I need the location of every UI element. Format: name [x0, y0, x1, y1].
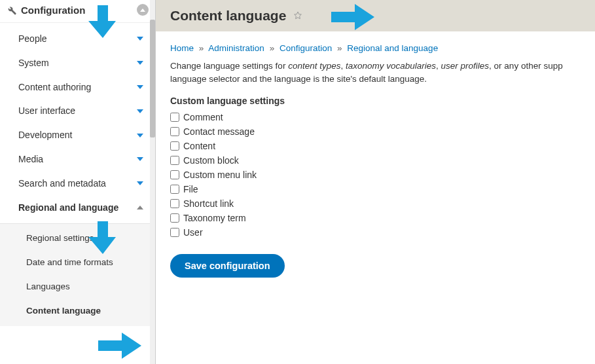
- star-icon[interactable]: [293, 10, 303, 21]
- sidebar-item-user-interface[interactable]: User interface: [0, 99, 155, 123]
- check-label: Custom menu link: [183, 170, 257, 180]
- check-row-user: User: [170, 225, 581, 240]
- sidebar-item-development[interactable]: Development: [0, 123, 155, 147]
- sub-item-label: Regional settings: [26, 233, 94, 243]
- sidebar-item-label: Regional and language: [18, 202, 137, 213]
- collapse-icon[interactable]: [137, 4, 149, 16]
- sub-item-content-language[interactable]: Content language: [0, 299, 155, 323]
- sidebar-item-label: User interface: [18, 105, 137, 117]
- check-label: Comment: [183, 112, 223, 122]
- sub-item-date-time[interactable]: Date and time formats: [0, 251, 155, 275]
- check-contact-message[interactable]: [170, 127, 179, 136]
- sidebar-header: Configuration: [0, 0, 155, 23]
- check-content[interactable]: [170, 141, 179, 151]
- scrollbar[interactable]: [150, 0, 155, 364]
- check-row-shortcut-link: Shortcut link: [170, 196, 581, 211]
- check-label: Taxonomy term: [183, 213, 246, 223]
- breadcrumb-config[interactable]: Configuration: [279, 43, 332, 53]
- check-user[interactable]: [170, 228, 179, 237]
- sidebar-item-label: Search and metadata: [18, 178, 137, 189]
- sidebar-item-system[interactable]: System: [0, 51, 155, 75]
- chevron-up-icon: [137, 206, 143, 209]
- sidebar-item-label: Development: [18, 130, 137, 141]
- sidebar-item-label: System: [18, 58, 137, 69]
- sidebar-list: People System Content authoring User int…: [0, 23, 155, 223]
- check-row-custom-menu-link: Custom menu link: [170, 168, 581, 182]
- check-label: Shortcut link: [183, 198, 234, 209]
- sidebar: Configuration People System Content auth…: [0, 0, 156, 364]
- check-row-comment: Comment: [170, 110, 581, 124]
- sub-item-regional-settings[interactable]: Regional settings: [0, 227, 155, 251]
- sidebar-sublist: Regional settings Date and time formats …: [0, 223, 155, 326]
- breadcrumb-sep: »: [199, 43, 204, 53]
- sidebar-item-people[interactable]: People: [0, 27, 155, 51]
- sidebar-item-label: People: [18, 33, 137, 45]
- check-taxonomy-term[interactable]: [170, 213, 179, 223]
- sub-item-label: Languages: [26, 282, 70, 291]
- chevron-down-icon: [137, 37, 143, 41]
- main-content: Content language Home » Administration »…: [156, 0, 595, 364]
- sub-item-languages[interactable]: Languages: [0, 275, 155, 299]
- check-custom-menu-link[interactable]: [170, 170, 179, 179]
- chevron-down-icon: [137, 157, 143, 161]
- check-label: File: [183, 184, 198, 194]
- scroll-thumb[interactable]: [150, 20, 155, 137]
- sidebar-item-label: Media: [18, 154, 137, 165]
- checkbox-list: Comment Contact message Content Custom b…: [170, 110, 581, 240]
- chevron-down-icon: [137, 61, 143, 65]
- check-row-file: File: [170, 182, 581, 196]
- save-button[interactable]: Save configuration: [170, 254, 285, 278]
- sidebar-title: Configuration: [21, 5, 137, 16]
- sidebar-item-regional-language[interactable]: Regional and language: [0, 196, 155, 220]
- sidebar-item-content-authoring[interactable]: Content authoring: [0, 75, 155, 100]
- page-description: Change language settings for content typ…: [170, 60, 581, 85]
- check-shortcut-link[interactable]: [170, 199, 179, 208]
- check-row-contact-message: Contact message: [170, 124, 581, 139]
- content-body: Home » Administration » Configuration » …: [156, 31, 595, 289]
- chevron-down-icon: [137, 85, 143, 89]
- wrench-icon: [5, 4, 17, 16]
- check-custom-block[interactable]: [170, 156, 179, 165]
- breadcrumb-sep: »: [337, 43, 342, 53]
- check-row-content: Content: [170, 139, 581, 153]
- check-label: Contact message: [183, 126, 255, 137]
- check-row-taxonomy-term: Taxonomy term: [170, 211, 581, 225]
- chevron-down-icon: [137, 109, 143, 113]
- breadcrumb: Home » Administration » Configuration » …: [170, 43, 581, 53]
- check-label: User: [183, 227, 203, 238]
- breadcrumb-home[interactable]: Home: [170, 43, 194, 53]
- check-label: Content: [183, 141, 215, 151]
- chevron-down-icon: [137, 134, 143, 137]
- check-row-custom-block: Custom block: [170, 153, 581, 168]
- title-bar: Content language: [156, 0, 595, 31]
- chevron-down-icon: [137, 181, 143, 185]
- sub-item-label: Content language: [26, 306, 101, 316]
- check-label: Custom block: [183, 155, 239, 166]
- sidebar-item-search-metadata[interactable]: Search and metadata: [0, 172, 155, 196]
- sidebar-item-label: Content authoring: [18, 82, 137, 93]
- sub-item-label: Date and time formats: [26, 257, 113, 267]
- check-comment[interactable]: [170, 113, 179, 122]
- sidebar-item-media[interactable]: Media: [0, 147, 155, 172]
- breadcrumb-admin[interactable]: Administration: [208, 43, 264, 53]
- check-file[interactable]: [170, 185, 179, 194]
- breadcrumb-sep: »: [270, 43, 275, 53]
- page-title: Content language: [170, 8, 286, 24]
- breadcrumb-regional[interactable]: Regional and language: [347, 43, 438, 53]
- section-title: Custom language settings: [170, 96, 581, 106]
